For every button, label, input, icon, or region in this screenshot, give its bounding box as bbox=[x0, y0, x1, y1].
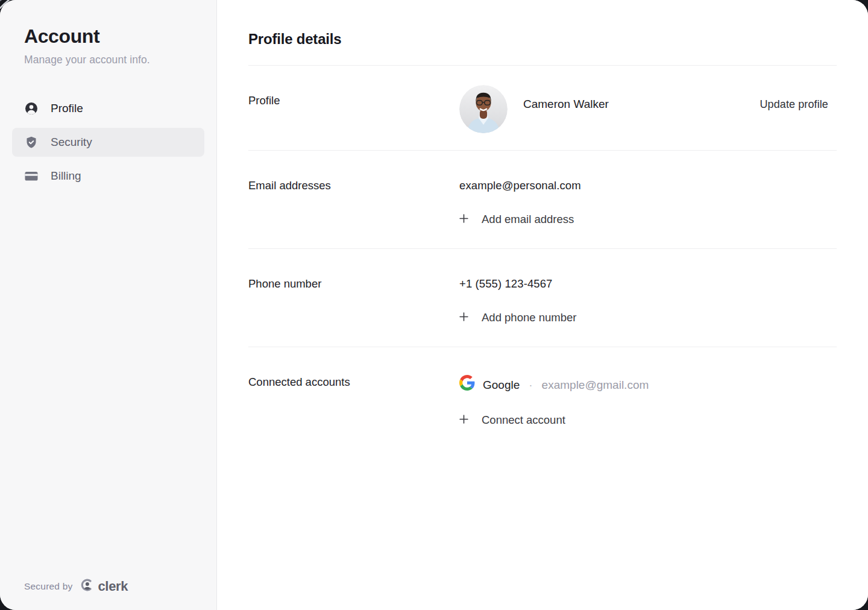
user-icon bbox=[24, 101, 39, 116]
main-content: Profile details Profile bbox=[217, 0, 868, 610]
email-value: example@personal.com bbox=[459, 178, 837, 193]
section-title: Profile details bbox=[248, 0, 837, 48]
phone-section: Phone number +1 (555) 123-4567 Add phone… bbox=[248, 249, 837, 347]
update-profile-button[interactable]: Update profile bbox=[760, 98, 828, 111]
shield-icon bbox=[24, 135, 39, 149]
add-email-button[interactable]: Add email address bbox=[459, 212, 574, 227]
sidebar-nav: Profile Security Billi bbox=[12, 94, 204, 190]
profile-name: Cameron Walker bbox=[523, 98, 609, 111]
provider-separator: · bbox=[527, 377, 533, 393]
phone-value: +1 (555) 123-4567 bbox=[459, 277, 837, 291]
profile-section: Profile bbox=[248, 66, 837, 151]
secured-by-footer: Secured by clerk bbox=[24, 578, 128, 594]
email-label: Email addresses bbox=[248, 178, 459, 227]
sidebar-item-billing[interactable]: Billing bbox=[12, 162, 204, 190]
sidebar-item-label: Security bbox=[51, 136, 92, 149]
credit-card-icon bbox=[24, 169, 39, 183]
connected-accounts-section: Connected accounts Google · example@gmai… bbox=[248, 347, 837, 449]
page-subtitle: Manage your account info. bbox=[24, 54, 192, 66]
clerk-wordmark: clerk bbox=[98, 579, 128, 594]
provider-name: Google bbox=[483, 377, 520, 393]
sidebar-item-profile[interactable]: Profile bbox=[12, 94, 204, 123]
connected-accounts-label: Connected accounts bbox=[248, 375, 459, 427]
add-phone-label: Add phone number bbox=[482, 310, 576, 325]
profile-label: Profile bbox=[248, 93, 459, 133]
secured-by-text: Secured by bbox=[24, 581, 72, 592]
account-card: Account Manage your account info. Profil… bbox=[0, 0, 868, 610]
connect-account-button[interactable]: Connect account bbox=[459, 413, 565, 427]
plus-icon bbox=[459, 212, 468, 227]
add-email-label: Add email address bbox=[482, 212, 574, 227]
page-title: Account bbox=[24, 25, 192, 48]
clerk-logo-icon bbox=[80, 578, 94, 594]
connected-account-row: Google · example@gmail.com bbox=[459, 375, 837, 395]
google-icon bbox=[459, 375, 475, 395]
sidebar-item-security[interactable]: Security bbox=[12, 128, 204, 157]
phone-label: Phone number bbox=[248, 277, 459, 325]
plus-icon bbox=[459, 310, 468, 325]
clerk-brand: clerk bbox=[80, 578, 128, 594]
connect-account-label: Connect account bbox=[482, 413, 565, 427]
sidebar-item-label: Profile bbox=[51, 102, 83, 115]
add-phone-button[interactable]: Add phone number bbox=[459, 310, 576, 325]
sidebar-item-label: Billing bbox=[51, 169, 81, 183]
avatar bbox=[459, 85, 508, 133]
plus-icon bbox=[459, 413, 468, 427]
sidebar: Account Manage your account info. Profil… bbox=[0, 0, 217, 610]
provider-email: example@gmail.com bbox=[542, 377, 649, 393]
email-section: Email addresses example@personal.com Add… bbox=[248, 151, 837, 249]
